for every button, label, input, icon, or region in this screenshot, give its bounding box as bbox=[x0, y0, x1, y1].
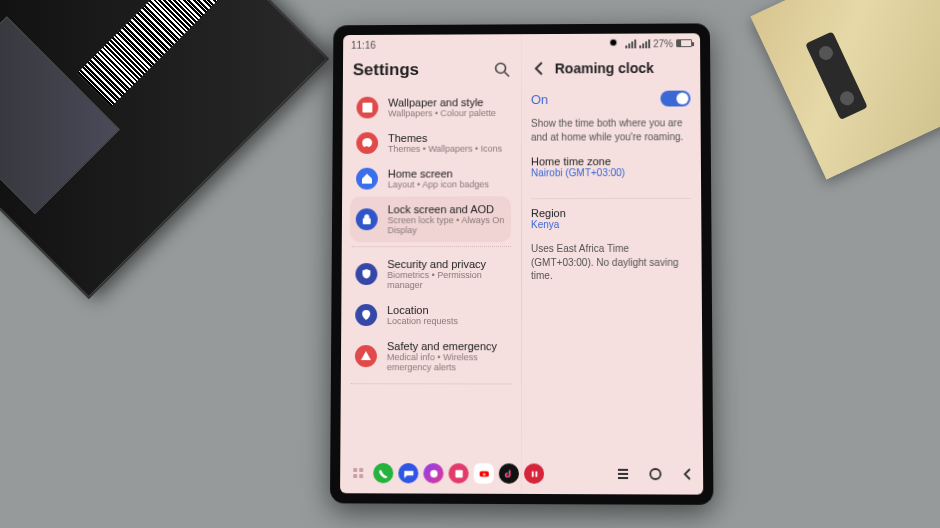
region-note: Uses East Africa Time (GMT+03:00). No da… bbox=[531, 242, 692, 283]
region-row[interactable]: Region Kenya bbox=[531, 207, 691, 230]
settings-item-safety[interactable]: Safety and emergency Medical info • Wire… bbox=[351, 333, 511, 379]
settings-item-label: Location bbox=[387, 304, 458, 316]
settings-item-sub: Wallpapers • Colour palette bbox=[388, 108, 496, 118]
svg-rect-3 bbox=[363, 218, 371, 224]
settings-item-sub: Themes • Wallpapers • Icons bbox=[388, 144, 502, 154]
nav-recents[interactable] bbox=[616, 467, 630, 481]
signal-icon bbox=[625, 39, 636, 48]
front-camera bbox=[610, 40, 616, 46]
home-tz-label: Home time zone bbox=[531, 155, 691, 167]
svg-rect-2 bbox=[362, 103, 372, 113]
wood-hinge bbox=[805, 31, 868, 120]
svg-line-1 bbox=[505, 72, 509, 76]
shield-icon bbox=[355, 263, 377, 285]
settings-item-home[interactable]: Home screen Layout • App icon badges bbox=[352, 160, 511, 196]
settings-title: Settings bbox=[353, 60, 419, 80]
settings-item-label: Home screen bbox=[388, 167, 489, 179]
battery-icon bbox=[676, 39, 692, 47]
divider bbox=[351, 383, 511, 384]
settings-item-label: Wallpaper and style bbox=[388, 96, 496, 108]
product-box: Galaxy Z Fold6 bbox=[0, 0, 329, 299]
lock-icon bbox=[356, 208, 378, 230]
settings-item-label: Security and privacy bbox=[387, 258, 507, 270]
detail-pane: Roaming clock On Show the time both wher… bbox=[521, 53, 703, 458]
tiktok-app-icon[interactable] bbox=[499, 463, 519, 483]
settings-item-lockscreen[interactable]: Lock screen and AOD Screen lock type • A… bbox=[350, 196, 511, 242]
wallpaper-icon bbox=[356, 97, 378, 119]
settings-item-location[interactable]: Location Location requests bbox=[351, 297, 511, 333]
status-battery-pct: 27% bbox=[653, 38, 673, 49]
home-timezone-row[interactable]: Home time zone Nairobi (GMT+03:00) bbox=[531, 155, 691, 178]
settings-item-sub: Biometrics • Permission manager bbox=[387, 270, 507, 290]
region-value: Kenya bbox=[531, 219, 691, 230]
settings-item-sub: Screen lock type • Always On Display bbox=[388, 215, 508, 235]
svg-point-0 bbox=[496, 63, 506, 73]
settings-item-wallpaper[interactable]: Wallpaper and style Wallpapers • Colour … bbox=[352, 89, 511, 125]
wood-block bbox=[750, 0, 940, 180]
messages-app-icon[interactable] bbox=[398, 463, 418, 483]
divider bbox=[352, 246, 511, 247]
themes-icon bbox=[356, 132, 378, 154]
settings-item-label: Themes bbox=[388, 132, 502, 144]
home-icon bbox=[356, 168, 378, 190]
svg-rect-5 bbox=[455, 470, 462, 477]
back-icon[interactable] bbox=[531, 60, 549, 78]
settings-item-label: Safety and emergency bbox=[387, 340, 507, 352]
status-time: 11:16 bbox=[351, 39, 376, 50]
toggle-switch[interactable] bbox=[660, 91, 690, 107]
svg-point-4 bbox=[430, 470, 437, 477]
apps-drawer-icon[interactable] bbox=[348, 463, 368, 483]
phone-app-icon[interactable] bbox=[373, 463, 393, 483]
region-label: Region bbox=[531, 207, 691, 219]
svg-point-12 bbox=[650, 469, 660, 479]
gallery-app-icon[interactable] bbox=[448, 463, 468, 483]
divider bbox=[531, 198, 691, 199]
safety-icon bbox=[355, 345, 377, 367]
toggle-label: On bbox=[531, 92, 548, 107]
product-photo bbox=[0, 16, 120, 214]
screen: 11:16 27% Settings bbox=[340, 33, 703, 494]
youtube-app-icon[interactable] bbox=[474, 463, 494, 483]
location-icon bbox=[355, 304, 377, 326]
browser-app-icon[interactable] bbox=[423, 463, 443, 483]
settings-item-sub: Layout • App icon badges bbox=[388, 179, 489, 189]
signal-icon-2 bbox=[639, 39, 650, 48]
toggle-row[interactable]: On bbox=[531, 91, 691, 107]
nav-back[interactable] bbox=[681, 467, 695, 481]
home-tz-value: Nairobi (GMT+03:00) bbox=[531, 167, 691, 178]
detail-description: Show the time both where you are and at … bbox=[531, 116, 691, 143]
settings-item-security[interactable]: Security and privacy Biometrics • Permis… bbox=[351, 251, 511, 297]
detail-title: Roaming clock bbox=[555, 60, 654, 76]
fold-hinge-line bbox=[521, 34, 522, 494]
svg-rect-8 bbox=[535, 471, 537, 477]
phone-device: 11:16 27% Settings bbox=[330, 23, 714, 505]
settings-item-sub: Medical info • Wireless emergency alerts bbox=[387, 352, 507, 372]
svg-rect-7 bbox=[531, 471, 533, 477]
nav-home[interactable] bbox=[648, 467, 662, 481]
search-icon[interactable] bbox=[493, 61, 511, 79]
product-barcode bbox=[77, 0, 231, 107]
settings-pane: Settings Wallpaper and style bbox=[340, 54, 521, 458]
settings-item-label: Lock screen and AOD bbox=[388, 203, 507, 215]
music-app-icon[interactable] bbox=[524, 463, 544, 483]
settings-item-themes[interactable]: Themes Themes • Wallpapers • Icons bbox=[352, 125, 511, 161]
settings-item-sub: Location requests bbox=[387, 316, 458, 326]
